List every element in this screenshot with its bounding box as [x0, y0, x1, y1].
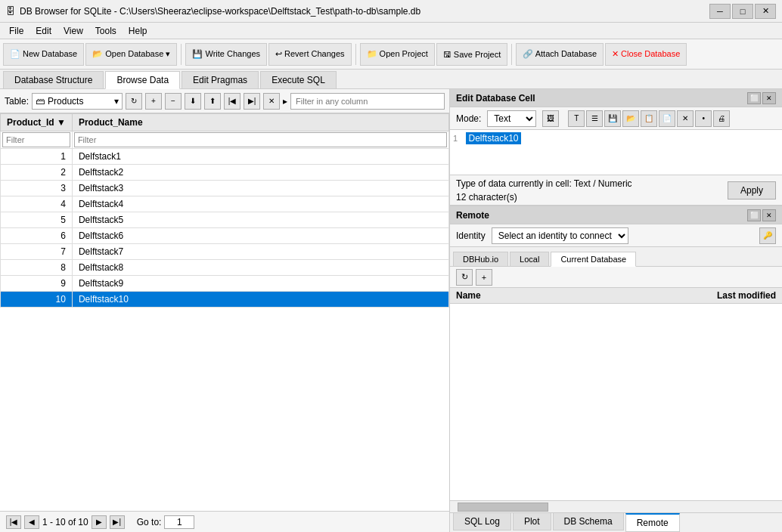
- scroll-thumb[interactable]: [458, 503, 548, 512]
- col-header-product-name[interactable]: Product_Name: [72, 114, 448, 131]
- delete-record-button[interactable]: −: [165, 93, 182, 110]
- table-row[interactable]: 9Delftstack9: [1, 276, 449, 292]
- cell-product-id: 6: [1, 228, 73, 244]
- clear-button[interactable]: ✕: [263, 93, 280, 110]
- bottom-tab-db-schema[interactable]: DB Schema: [553, 513, 624, 530]
- mode-image-button[interactable]: 🖼: [542, 110, 559, 127]
- write-changes-button[interactable]: 💾 Write Changes: [185, 43, 267, 66]
- remote-close-button[interactable]: ✕: [762, 209, 776, 221]
- main-toolbar: 📄 New Database 📂 Open Database ▾ 💾 Write…: [0, 39, 782, 70]
- tab-dbhub[interactable]: DBHub.io: [453, 252, 508, 266]
- table-row[interactable]: 8Delftstack8: [1, 260, 449, 276]
- move-last-button[interactable]: ▶|: [244, 93, 260, 110]
- remote-toolbar: ↻ +: [450, 267, 782, 288]
- mode-select[interactable]: Text Binary Null: [487, 110, 536, 127]
- filter-product-name[interactable]: [74, 132, 447, 147]
- edit-cell-title: Edit Database Cell: [456, 93, 535, 104]
- revert-changes-button[interactable]: ↩ Revert Changes: [268, 43, 352, 66]
- tab-execute-sql[interactable]: Execute SQL: [260, 71, 337, 88]
- filter-input[interactable]: [290, 93, 445, 110]
- col-header-product-id[interactable]: Product_Id ▼: [1, 114, 73, 131]
- table-row[interactable]: 1Delfstack1: [1, 149, 449, 165]
- toolbar-copy-button[interactable]: 📋: [641, 110, 657, 127]
- nav-first-button[interactable]: |◀: [6, 515, 21, 529]
- table-dropdown-icon: ▾: [114, 96, 119, 107]
- tab-browse-data[interactable]: Browse Data: [105, 71, 180, 89]
- table-header-row: Product_Id ▼ Product_Name: [1, 114, 449, 131]
- close-database-button[interactable]: ✕ Close Database: [605, 43, 687, 66]
- attach-database-button[interactable]: 🔗 Attach Database: [516, 43, 604, 66]
- table-row[interactable]: 3Delftstack3: [1, 181, 449, 196]
- minimize-button[interactable]: ─: [709, 4, 731, 19]
- data-table: Product_Id ▼ Product_Name 1Delfstack12De…: [0, 113, 449, 308]
- remote-add-button[interactable]: +: [476, 269, 492, 286]
- toolbar-paste-button[interactable]: 📄: [659, 110, 675, 127]
- table-row[interactable]: 5Delftstack5: [1, 212, 449, 228]
- remote-refresh-button[interactable]: ↻: [456, 269, 473, 286]
- nav-last-button[interactable]: ▶|: [110, 515, 125, 529]
- bottom-tab-sql-log[interactable]: SQL Log: [453, 513, 511, 530]
- edit-cell-header: Edit Database Cell ⬜ ✕: [450, 89, 782, 107]
- table-row[interactable]: 7Delftstack7: [1, 244, 449, 260]
- cell-product-name: Delftstack10: [72, 292, 448, 308]
- toolbar-print-button[interactable]: 🖨: [713, 110, 730, 127]
- edit-cell-restore-button[interactable]: ⬜: [747, 92, 761, 104]
- cell-product-id: 3: [1, 181, 73, 196]
- cell-product-name: Delftstack6: [72, 228, 448, 244]
- toolbar-open-button[interactable]: 📂: [622, 110, 639, 127]
- toolbar-text-button[interactable]: T: [568, 110, 585, 127]
- close-button[interactable]: ✕: [755, 4, 776, 19]
- add-record-button[interactable]: +: [145, 93, 162, 110]
- menu-edit[interactable]: Edit: [29, 24, 57, 38]
- export-button[interactable]: ⬆: [204, 93, 221, 110]
- menu-help[interactable]: Help: [123, 24, 154, 38]
- main-tab-bar: Database Structure Browse Data Edit Prag…: [0, 70, 782, 89]
- char-count: 12 character(s): [456, 190, 632, 204]
- app-icon: 🗄: [6, 6, 15, 17]
- menu-file[interactable]: File: [3, 24, 29, 38]
- menu-view[interactable]: View: [57, 24, 89, 38]
- identity-select[interactable]: Select an identity to connect: [492, 227, 628, 244]
- horizontal-scrollbar[interactable]: [450, 500, 782, 512]
- tab-edit-pragmas[interactable]: Edit Pragmas: [182, 71, 259, 88]
- cell-value[interactable]: Delftstack10: [466, 132, 520, 144]
- open-project-button[interactable]: 📁 Open Project: [360, 43, 435, 66]
- toolbar-clear-button[interactable]: ✕: [677, 110, 694, 127]
- goto-input[interactable]: [164, 515, 194, 529]
- menu-tools[interactable]: Tools: [89, 24, 123, 38]
- identity-bar: Identity Select an identity to connect 🔑: [450, 224, 782, 247]
- edit-cell-close-button[interactable]: ✕: [762, 92, 776, 104]
- table-row[interactable]: 6Delftstack6: [1, 228, 449, 244]
- cell-product-id: 10: [1, 292, 73, 308]
- import-button[interactable]: ⬇: [185, 93, 201, 110]
- remote-table-header: Name Last modified: [450, 288, 782, 304]
- bottom-tab-remote[interactable]: Remote: [625, 513, 680, 532]
- table-row[interactable]: 4Delftstack4: [1, 196, 449, 212]
- nav-next-button[interactable]: ▶: [92, 515, 107, 529]
- identity-action-button[interactable]: 🔑: [759, 227, 776, 244]
- table-row[interactable]: 2Delftstack2: [1, 165, 449, 181]
- apply-button[interactable]: Apply: [728, 181, 776, 200]
- tab-local[interactable]: Local: [510, 252, 549, 266]
- toolbar-save-button[interactable]: 💾: [604, 110, 621, 127]
- maximize-button[interactable]: □: [732, 4, 753, 19]
- table-toolbar: Table: 🗃 Products ▾ ↻ + − ⬇ ⬆ |◀ ▶| ✕ ▸: [0, 89, 449, 113]
- tab-current-database[interactable]: Current Database: [551, 252, 636, 267]
- save-project-button[interactable]: 🖫 Save Project: [436, 43, 507, 66]
- bottom-tab-plot[interactable]: Plot: [513, 513, 551, 530]
- move-first-button[interactable]: |◀: [224, 93, 240, 110]
- toolbar-dot-button[interactable]: •: [695, 110, 712, 127]
- tab-database-structure[interactable]: Database Structure: [3, 71, 104, 88]
- cell-product-id: 1: [1, 149, 73, 165]
- open-database-button[interactable]: 📂 Open Database ▾: [85, 43, 177, 66]
- new-database-button[interactable]: 📄 New Database: [3, 43, 84, 66]
- cell-product-name: Delftstack7: [72, 244, 448, 260]
- table-row[interactable]: 10Delftstack10: [1, 292, 449, 308]
- cell-product-id: 4: [1, 196, 73, 212]
- table-selector[interactable]: 🗃 Products ▾: [32, 93, 123, 110]
- toolbar-list-button[interactable]: ☰: [586, 110, 603, 127]
- remote-restore-button[interactable]: ⬜: [747, 209, 761, 221]
- filter-product-id[interactable]: [2, 132, 70, 147]
- nav-prev-button[interactable]: ◀: [24, 515, 39, 529]
- refresh-button[interactable]: ↻: [126, 93, 142, 110]
